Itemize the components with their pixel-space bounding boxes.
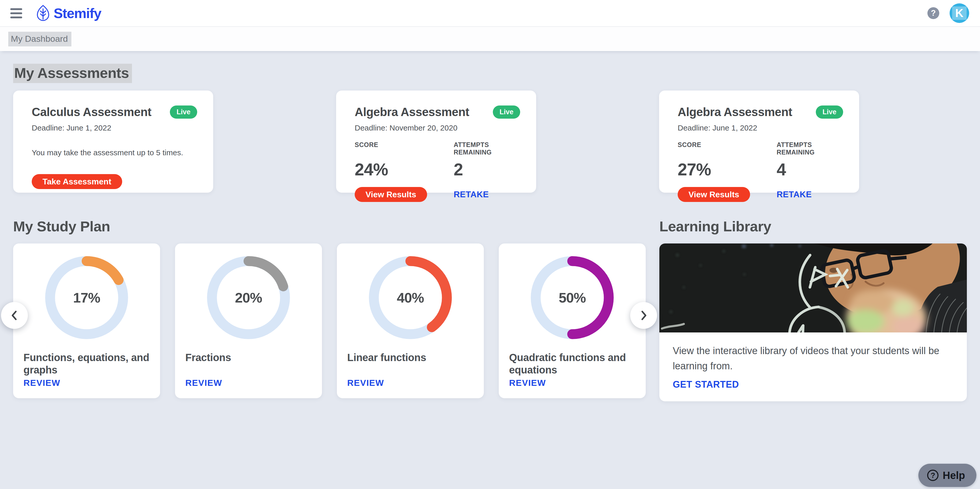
- study-topic-title: Fractions: [185, 351, 312, 364]
- assessment-card-algebra-2: Algebra Assessment Live Deadline: June 1…: [659, 91, 859, 193]
- review-link[interactable]: REVIEW: [509, 378, 546, 388]
- hamburger-icon: [10, 16, 22, 18]
- card-header: Algebra Assessment Live: [678, 105, 843, 119]
- stemify-logo[interactable]: Stemify: [35, 4, 101, 22]
- leaf-icon: [35, 4, 51, 22]
- score-label: SCORE: [355, 141, 453, 156]
- study-plan-section: My Study Plan 17% Functions, equations, …: [13, 218, 646, 401]
- breadcrumb-item-my-dashboard[interactable]: My Dashboard: [8, 32, 72, 46]
- lower-section: My Study Plan 17% Functions, equations, …: [13, 218, 967, 401]
- study-card-fractions: 20% Fractions REVIEW: [175, 244, 322, 398]
- progress-percent: 40%: [366, 254, 454, 341]
- assessment-deadline: Deadline: November 20, 2020: [355, 124, 520, 132]
- study-card-linear-functions: 40% Linear functions REVIEW: [337, 244, 484, 398]
- attempts-remaining-value: 2: [453, 160, 520, 179]
- header-actions: ? K: [928, 3, 972, 23]
- logo-wordmark: Stemify: [54, 5, 101, 21]
- question-mark-icon: ?: [927, 470, 939, 481]
- attempts-remaining-value: 4: [776, 160, 843, 179]
- assessment-deadline: Deadline: June 1, 2022: [32, 124, 197, 132]
- score-value: 24%: [355, 160, 453, 179]
- assessment-title: Algebra Assessment: [355, 105, 469, 119]
- hamburger-icon: [10, 8, 22, 10]
- study-plan-carousel: 17% Functions, equations, and graphs REV…: [13, 244, 646, 398]
- progress-percent: 17%: [43, 254, 130, 341]
- chevron-right-icon: [637, 309, 650, 322]
- live-badge: Live: [493, 105, 520, 119]
- progress-donut: 40%: [366, 254, 454, 341]
- study-topic-title: Functions, equations, and graphs: [24, 351, 150, 376]
- view-results-button[interactable]: View Results: [355, 187, 427, 202]
- attempts-remaining-label: ATTEMPTS REMAINING: [776, 141, 843, 156]
- get-started-link[interactable]: GET STARTED: [673, 379, 739, 390]
- carousel-next-button[interactable]: [630, 302, 657, 329]
- progress-donut: 20%: [205, 254, 292, 341]
- attempts-remaining-label: ATTEMPTS REMAINING: [453, 141, 520, 156]
- study-card-quadratic: 50% Quadratic functions and equations RE…: [499, 244, 646, 398]
- view-results-button[interactable]: View Results: [678, 187, 750, 202]
- card-header: Algebra Assessment Live: [355, 105, 520, 119]
- live-badge: Live: [816, 105, 843, 119]
- assessment-deadline: Deadline: June 1, 2022: [678, 124, 843, 132]
- help-button-label: Help: [943, 470, 965, 481]
- learning-library-card: View the interactive library of videos t…: [659, 244, 967, 401]
- carousel-prev-button[interactable]: [1, 302, 28, 329]
- retake-link[interactable]: RETAKE: [453, 190, 489, 199]
- help-button[interactable]: ? Help: [918, 464, 977, 487]
- progress-percent: 20%: [205, 254, 292, 341]
- review-link[interactable]: REVIEW: [185, 378, 222, 388]
- card-actions: RETAKE: [776, 187, 843, 202]
- score-value: 27%: [678, 160, 776, 179]
- avatar[interactable]: K: [950, 3, 969, 23]
- learning-library-heading: Learning Library: [659, 218, 967, 235]
- take-assessment-button[interactable]: Take Assessment: [32, 174, 122, 189]
- menu-button[interactable]: [8, 6, 25, 21]
- chevron-left-icon: [8, 309, 21, 322]
- card-actions: RETAKE: [453, 187, 520, 202]
- progress-percent: 50%: [528, 254, 616, 341]
- main-content: My Assessments Calculus Assessment Live …: [0, 64, 980, 401]
- retake-link[interactable]: RETAKE: [776, 190, 812, 199]
- card-header: Calculus Assessment Live: [32, 105, 197, 119]
- assessment-note: You may take the assessment up to 5 time…: [32, 148, 197, 157]
- study-topic-title: Linear functions: [347, 351, 474, 364]
- learning-library-image: [659, 244, 967, 333]
- study-plan-heading: My Study Plan: [13, 218, 646, 235]
- progress-donut: 50%: [528, 254, 616, 341]
- assessment-card-calculus: Calculus Assessment Live Deadline: June …: [13, 91, 213, 193]
- breadcrumb: My Dashboard: [0, 27, 980, 51]
- study-card-functions: 17% Functions, equations, and graphs REV…: [13, 244, 160, 398]
- progress-donut: 17%: [43, 254, 130, 341]
- dashboard-page: Stemify ? K My Dashboard My Assessments …: [0, 0, 980, 489]
- assessment-stats: SCORE ATTEMPTS REMAINING 27% 4 View Resu…: [678, 141, 843, 202]
- score-label: SCORE: [678, 141, 776, 156]
- assessment-title: Calculus Assessment: [32, 105, 151, 119]
- assessments-section: Calculus Assessment Live Deadline: June …: [13, 91, 967, 193]
- review-link[interactable]: REVIEW: [347, 378, 384, 388]
- card-actions: View Results: [355, 187, 453, 202]
- study-topic-title: Quadratic functions and equations: [509, 351, 635, 376]
- assessment-title: Algebra Assessment: [678, 105, 792, 119]
- review-link[interactable]: REVIEW: [24, 378, 60, 388]
- learning-library-description: View the interactive library of videos t…: [673, 343, 953, 374]
- help-icon[interactable]: ?: [928, 7, 939, 19]
- assessment-card-algebra-1: Algebra Assessment Live Deadline: Novemb…: [336, 91, 536, 193]
- assessments-heading: My Assessments: [13, 64, 967, 81]
- avatar-initial: K: [952, 6, 967, 20]
- hamburger-icon: [10, 13, 22, 14]
- app-header: Stemify ? K: [0, 0, 980, 27]
- live-badge: Live: [170, 105, 197, 119]
- card-actions: View Results: [678, 187, 776, 202]
- assessment-stats: SCORE ATTEMPTS REMAINING 24% 2 View Resu…: [355, 141, 520, 202]
- learning-library-section: Learning Library: [659, 218, 967, 401]
